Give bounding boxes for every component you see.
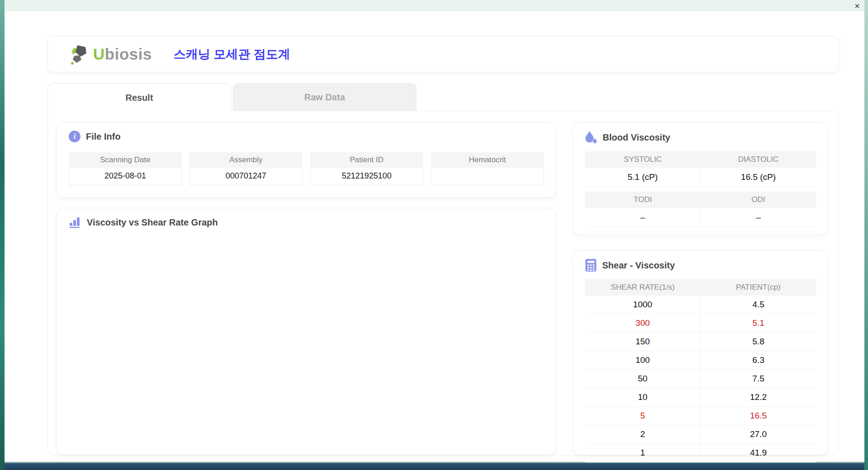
- graph-title: Viscosity vs Shear Rate Graph: [87, 217, 218, 228]
- table-row: 516.5: [585, 407, 816, 425]
- desktop-edge-right: [864, 0, 868, 470]
- bv-value-cell: 16.5 (cP): [700, 168, 816, 187]
- field-assembly: Assembly000701247: [189, 152, 302, 185]
- field-value: 52121925100: [310, 168, 423, 185]
- field-label: Hematocrit: [431, 152, 544, 168]
- table-row: 3005.1: [585, 314, 816, 333]
- graph-title-row: Viscosity vs Shear Rate Graph: [57, 208, 556, 228]
- field-label: Assembly: [189, 152, 302, 168]
- patient-cp-cell: 27.0: [700, 425, 816, 443]
- table-row: 227.0: [585, 425, 816, 444]
- bv-header-row: TODIODI: [585, 192, 816, 208]
- bv-header-cell: DIASTOLIC: [701, 151, 816, 168]
- bv-header-row: SYSTOLICDIASTOLIC: [585, 151, 816, 168]
- patient-cp-cell: 16.5: [700, 407, 816, 425]
- bv-value-row: 5.1 (cP)16.5 (cP): [585, 168, 816, 187]
- field-patient-id: Patient ID52121925100: [310, 152, 423, 185]
- field-label: Scanning Date: [69, 152, 182, 168]
- bv-value-cell: –: [585, 208, 700, 227]
- field-value: 000701247: [189, 168, 302, 185]
- tab-raw-data[interactable]: Raw Data: [233, 83, 416, 111]
- field-value: [431, 168, 544, 185]
- desktop-edge-left: [0, 0, 5, 470]
- bv-header-cell: ODI: [701, 192, 816, 208]
- bv-header-cell: TODI: [585, 192, 701, 208]
- shear-rate-cell: 5: [585, 407, 700, 425]
- patient-cp-cell: 7.5: [700, 370, 816, 388]
- file-info-fields: Scanning Date2025-08-01Assembly000701247…: [57, 142, 556, 185]
- app-screen: × Ubiosis 스캐닝 모세관 점도계 ResultRaw Data i F…: [0, 0, 868, 470]
- table-row: 141.9: [585, 444, 816, 462]
- patient-cp-cell: 12.2: [700, 388, 816, 406]
- table-row: 507.5: [585, 370, 816, 388]
- field-value: 2025-08-01: [69, 168, 182, 185]
- logo-letters-rest: biosis: [105, 45, 152, 63]
- header-card: Ubiosis 스캐닝 모세관 점도계: [47, 36, 839, 72]
- shear-viscosity-card: Shear - Viscosity SHEAR RATE(1/s)PATIENT…: [573, 250, 828, 455]
- field-hematocrit: Hematocrit: [431, 152, 544, 185]
- table-row: 10004.5: [585, 296, 816, 314]
- shear-rate-cell: 10: [585, 388, 700, 406]
- patient-cp-cell: 6.3: [700, 351, 816, 369]
- shear-header-row: SHEAR RATE(1/s)PATIENT(cp): [585, 279, 816, 296]
- close-icon[interactable]: ×: [854, 0, 860, 11]
- blood-viscosity-title-row: Blood Viscosity: [573, 122, 828, 144]
- ubiosis-logo-icon: [70, 44, 90, 65]
- shear-rate-cell: 150: [585, 333, 700, 351]
- spacer: [585, 187, 816, 192]
- desktop-edge-bottom: [5, 462, 864, 470]
- bar-chart-icon: [69, 216, 81, 228]
- shear-viscosity-table: SHEAR RATE(1/s)PATIENT(cp)10004.53005.11…: [585, 279, 816, 462]
- ubiosis-logo-text: Ubiosis: [93, 45, 152, 63]
- bv-header-cell: SYSTOLIC: [585, 151, 701, 168]
- calculator-icon: [585, 258, 597, 272]
- logo-letter-u: U: [93, 45, 105, 63]
- bv-value-cell: 5.1 (cP): [585, 168, 700, 187]
- title-bar: [5, 0, 864, 11]
- patient-cp-cell: 5.8: [700, 333, 816, 351]
- file-info-card: i File Info Scanning Date2025-08-01Assem…: [57, 122, 556, 198]
- tab-bar: ResultRaw Data: [47, 83, 416, 111]
- field-scanning-date: Scanning Date2025-08-01: [69, 152, 182, 185]
- shear-rate-cell: 50: [585, 370, 700, 388]
- shear-viscosity-title: Shear - Viscosity: [602, 260, 675, 271]
- ubiosis-logo: Ubiosis: [70, 44, 152, 65]
- table-row: 1012.2: [585, 388, 816, 407]
- table-row: 1505.8: [585, 333, 816, 351]
- shear-header-cell: PATIENT(cp): [701, 279, 816, 296]
- blood-viscosity-card: Blood Viscosity SYSTOLICDIASTOLIC5.1 (cP…: [573, 122, 828, 235]
- shear-viscosity-title-row: Shear - Viscosity: [573, 250, 828, 272]
- patient-cp-cell: 5.1: [700, 314, 816, 332]
- bv-value-cell: –: [700, 208, 816, 227]
- blood-viscosity-title: Blood Viscosity: [603, 132, 670, 143]
- shear-rate-cell: 300: [585, 314, 700, 332]
- blood-viscosity-table: SYSTOLICDIASTOLIC5.1 (cP)16.5 (cP)TODIOD…: [585, 151, 816, 227]
- shear-rate-cell: 1000: [585, 296, 700, 314]
- shear-header-cell: SHEAR RATE(1/s): [585, 279, 701, 296]
- tab-result[interactable]: Result: [47, 83, 231, 112]
- patient-cp-cell: 4.5: [700, 296, 816, 314]
- shear-rate-cell: 1: [585, 444, 700, 462]
- app-title: 스캐닝 모세관 점도계: [174, 46, 290, 62]
- graph-card: Viscosity vs Shear Rate Graph: [57, 208, 556, 455]
- field-label: Patient ID: [310, 152, 423, 168]
- shear-rate-cell: 100: [585, 351, 700, 369]
- info-icon: i: [69, 131, 80, 142]
- shear-rate-cell: 2: [585, 425, 700, 443]
- patient-cp-cell: 41.9: [700, 444, 816, 462]
- table-row: 1006.3: [585, 351, 816, 370]
- droplet-icon: [585, 131, 597, 144]
- file-info-title-row: i File Info: [57, 122, 556, 142]
- bv-value-row: ––: [585, 208, 816, 227]
- file-info-title: File Info: [86, 132, 121, 142]
